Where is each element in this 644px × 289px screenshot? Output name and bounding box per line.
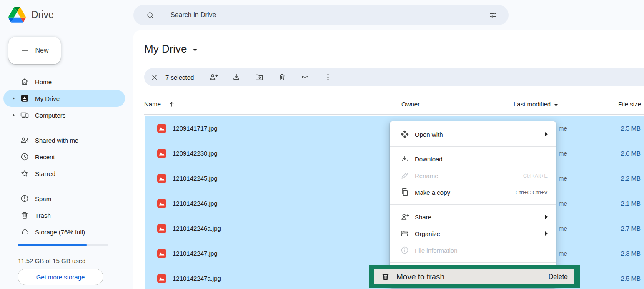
file-name: 1210142245.jpg	[173, 166, 218, 191]
file-name: 1210142246.jpg	[173, 191, 218, 216]
search-icon[interactable]	[146, 11, 155, 20]
sidebar-item-starred[interactable]: Starred	[3, 165, 125, 182]
image-file-icon	[157, 249, 166, 258]
sidebar-item-shared-with-me[interactable]: Shared with me	[3, 132, 125, 148]
submenu-arrow-icon	[545, 215, 548, 219]
sidebar-item-spam[interactable]: Spam	[3, 190, 125, 207]
menu-item-move-to-trash[interactable]: Move to trash Delete	[374, 269, 574, 284]
star-icon	[20, 169, 29, 178]
kebab-menu-icon[interactable]	[323, 73, 333, 82]
file-size: 2.7 MB	[621, 216, 641, 241]
menu-item-rename: Rename Ctrl+Alt+E	[390, 167, 556, 184]
image-file-icon	[157, 199, 166, 208]
menu-divider	[390, 262, 556, 263]
search-bar	[133, 5, 509, 25]
menu-item-open-with[interactable]: Open with	[390, 126, 556, 143]
sidebar-item-recent[interactable]: Recent	[3, 148, 125, 165]
expand-caret-icon[interactable]	[13, 97, 15, 100]
alert-circle-icon	[20, 194, 29, 203]
menu-item-file-information: File information	[390, 242, 556, 259]
image-file-icon	[157, 224, 166, 233]
menu-item-make-a-copy[interactable]: Make a copy Ctrl+C Ctrl+V	[390, 184, 556, 201]
sidebar-item-computers[interactable]: Computers	[3, 107, 125, 123]
shortcut-label: Delete	[549, 273, 568, 281]
file-name: 1209142230.jpg	[173, 141, 218, 166]
storage-usage-text: 11.52 GB of 15 GB used	[18, 257, 85, 264]
main-content-panel: My Drive 7 selected Name Owner Last modi…	[133, 30, 644, 289]
column-header-owner[interactable]: Owner	[401, 101, 420, 108]
menu-item-label: Move to trash	[396, 272, 444, 281]
my-drive-icon	[20, 94, 29, 103]
tune-filters-icon[interactable]	[489, 10, 498, 20]
image-file-icon	[157, 274, 166, 283]
file-name: 1210142247.jpg	[173, 241, 218, 266]
new-button[interactable]: New	[8, 37, 61, 64]
sidebar-item-my-drive[interactable]: My Drive	[3, 90, 125, 107]
trash-icon	[20, 211, 29, 220]
file-name: 1210142247a.jpg	[173, 266, 221, 289]
shortcut-label: Ctrl+C Ctrl+V	[516, 189, 548, 196]
file-name: 1210142246a.jpg	[173, 216, 221, 241]
close-icon[interactable]	[150, 73, 158, 81]
menu-item-share[interactable]: Share	[390, 209, 556, 225]
storage-progress-fill	[18, 244, 87, 246]
image-file-icon	[157, 124, 166, 133]
move-folder-icon[interactable]	[255, 73, 264, 82]
context-menu: Open with Download Rename Ctrl+Alt+E Mak…	[390, 121, 556, 288]
column-header-last-modified[interactable]: Last modified	[514, 101, 558, 108]
file-size: 2.2 MB	[621, 166, 641, 191]
column-header-name[interactable]: Name	[144, 101, 175, 108]
file-size: 2.1 MB	[621, 191, 641, 216]
modified-by: me	[559, 241, 567, 266]
get-more-storage-button[interactable]: Get more storage	[18, 269, 103, 285]
menu-item-download[interactable]: Download	[390, 151, 556, 167]
open-with-icon	[400, 130, 409, 139]
expand-caret-icon[interactable]	[13, 113, 15, 117]
sidebar-item-label: Home	[35, 78, 52, 85]
submenu-arrow-icon	[545, 132, 548, 136]
sidebar-item-label: My Drive	[35, 95, 60, 102]
file-size: 2.5 MB	[621, 266, 641, 289]
new-button-label: New	[35, 47, 48, 54]
storage-progress-bar	[18, 244, 108, 246]
app-brand: Drive	[8, 7, 54, 23]
sidebar-item-label: Storage (76% full)	[35, 229, 85, 236]
sidebar-item-home[interactable]: Home	[3, 73, 125, 90]
shortcut-label: Ctrl+Alt+E	[523, 173, 548, 179]
sidebar-item-label: Computers	[35, 112, 65, 119]
link-icon[interactable]	[301, 73, 310, 82]
app-name: Drive	[31, 9, 54, 20]
modified-by: me	[559, 166, 567, 191]
file-size: 2.6 MB	[621, 141, 641, 166]
trash-icon[interactable]	[278, 73, 287, 82]
image-file-icon	[157, 174, 166, 183]
image-file-icon	[157, 149, 166, 158]
download-icon[interactable]	[232, 73, 241, 82]
table-header: Name Owner Last modified File size	[144, 95, 644, 115]
action-highlight-box: Move to trash Delete	[369, 265, 580, 288]
menu-divider	[390, 204, 556, 205]
menu-divider	[390, 146, 556, 147]
plus-icon	[20, 46, 30, 55]
home-icon	[20, 77, 29, 86]
menu-item-organize[interactable]: Organize	[390, 225, 556, 242]
drive-logo-icon	[8, 7, 26, 23]
rename-pencil-icon	[400, 171, 409, 180]
sidebar-item-label: Spam	[35, 195, 51, 202]
column-header-file-size[interactable]: File size	[618, 101, 641, 108]
cloud-icon	[20, 227, 29, 236]
sidebar: Drive New Home My Drive Computers Shared…	[0, 0, 133, 289]
file-size: 2.3 MB	[621, 241, 641, 266]
person-add-icon[interactable]	[209, 73, 218, 82]
sidebar-item-trash[interactable]: Trash	[3, 207, 125, 224]
search-input[interactable]	[170, 11, 437, 19]
trash-icon	[381, 272, 390, 281]
sidebar-item-label: Starred	[35, 170, 55, 177]
chevron-down-icon	[554, 104, 558, 106]
page-title-dropdown[interactable]: My Drive	[144, 43, 197, 55]
computers-icon	[20, 111, 29, 120]
page-title: My Drive	[144, 43, 187, 55]
sidebar-item-storage[interactable]: Storage (76% full)	[3, 224, 125, 240]
sidebar-item-label: Recent	[35, 153, 55, 161]
person-add-icon	[400, 212, 409, 221]
